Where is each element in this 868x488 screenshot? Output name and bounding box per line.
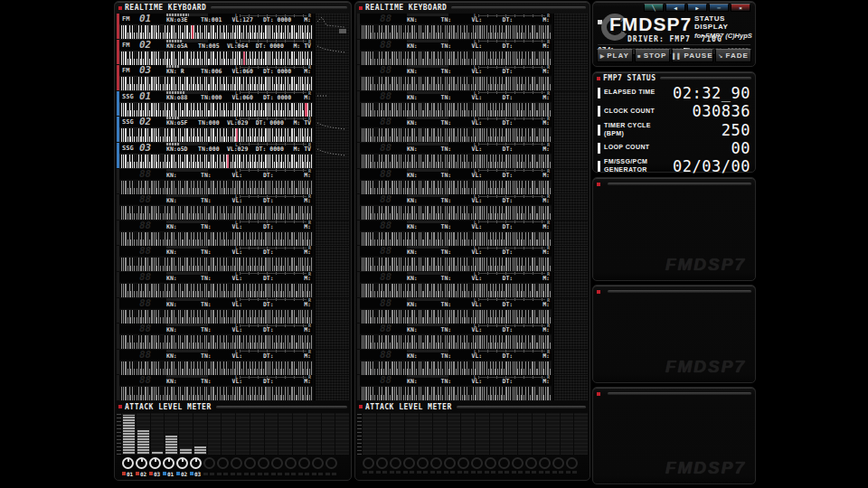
keyboard-row[interactable]: FM03KN: RTN:006VL:060DT: 0000M:LR	[117, 65, 349, 90]
stop-icon: ■	[637, 53, 642, 59]
keyboard-row[interactable]: 88KN:TN:VL:DT:M:LR	[357, 40, 588, 65]
level-bar-column	[307, 413, 321, 455]
keyboard-row[interactable]: 88KN:TN:VL:DT:M:LR	[357, 221, 588, 246]
channel-knob[interactable]	[190, 457, 202, 469]
level-bar-column	[222, 413, 235, 455]
channel-knob[interactable]	[403, 457, 415, 469]
channel-knob[interactable]	[298, 457, 310, 469]
keyboard-row[interactable]: SSG01KN:o88TN:000VL:060DT: 0000M:LR	[117, 91, 349, 117]
channel-knob[interactable]	[244, 457, 256, 469]
play-icon: ▶	[600, 52, 606, 59]
piano-keyboard	[360, 102, 552, 117]
channel-knob[interactable]	[390, 457, 401, 469]
attack-meter-header: ATTACK LEVEL METER	[115, 401, 351, 412]
channel-knob[interactable]	[176, 457, 188, 469]
channel-knob[interactable]	[498, 457, 510, 469]
channel-knob[interactable]	[231, 457, 242, 469]
keyboard-row[interactable]: 88KN:TN:VL:DT:M:LR	[117, 298, 349, 324]
keyboard-row[interactable]: 88KN:TN:VL:DT:M:LR	[357, 324, 588, 349]
channel-knob[interactable]	[417, 457, 429, 469]
pan-left-label: L	[474, 246, 476, 249]
keyboard-row[interactable]: 88KN:TN:VL:DT:M:LR	[117, 246, 349, 271]
keyboard-row[interactable]: 88KN:TN:VL:DT:M:LR	[117, 221, 349, 246]
pan-ticks	[478, 66, 545, 69]
channel-knob[interactable]	[203, 457, 215, 469]
channel-knob[interactable]	[285, 457, 297, 469]
keyboard-row[interactable]: 88KN:TN:VL:DT:M:LR	[117, 272, 349, 297]
channel-knob[interactable]	[136, 457, 147, 469]
field-vl: VL:064	[227, 42, 256, 50]
pan-left-label: L	[235, 65, 238, 69]
keyboard-row[interactable]: 88KN:TN:VL:DT:M:LR	[357, 117, 588, 142]
channel-knob[interactable]	[539, 457, 551, 469]
keyboard-row[interactable]: 88KN:TN:VL:DT:M:LR	[357, 14, 588, 39]
stop-button[interactable]: ■ STOP	[635, 49, 671, 62]
keyboard-row[interactable]: 88KN:TN:VL:DT:M:LR	[357, 298, 588, 324]
keyboard-row[interactable]: 88KN:TN:VL:DT:M:LR	[117, 375, 349, 400]
channel-label: 02	[136, 471, 147, 477]
level-bar-column	[405, 413, 419, 455]
channel-knob[interactable]	[525, 457, 537, 469]
channel-knob[interactable]	[376, 457, 388, 469]
keyboard-row[interactable]: 88KN:TN:VL:DT:M:LR	[357, 65, 588, 90]
keyboard-row[interactable]: 88KN:TN:VL:DT:M:LR	[357, 350, 588, 375]
keyboard-row[interactable]: FM01KN:o3ETN:001VL:127DT: 0000M:LR	[117, 14, 349, 39]
keyboard-row[interactable]: 88KN:TN:VL:DT:M:LR	[357, 169, 588, 194]
pan-ticks	[240, 143, 307, 145]
channel-label	[376, 471, 388, 474]
channel-knob[interactable]	[312, 457, 324, 469]
channel-knob[interactable]	[271, 457, 283, 469]
channel-main: 88KN:TN:VL:DT:M:LR	[360, 246, 552, 271]
channel-color-square	[149, 472, 153, 475]
piano-keyboard	[119, 180, 313, 195]
pan-ticks	[478, 169, 545, 172]
channel-knob[interactable]	[217, 457, 229, 469]
keyboard-row[interactable]: 88KN:TN:VL:DT:M:LR	[357, 194, 588, 220]
keyboard-row[interactable]: 88KN:TN:VL:DT:M:LR	[357, 272, 588, 297]
keyboard-row[interactable]: 88KN:TN:VL:DT:M:LR	[117, 169, 349, 194]
channel-knob[interactable]	[430, 457, 442, 469]
pan-ticks	[240, 40, 307, 42]
channel-knob[interactable]	[149, 457, 161, 469]
keyboard-row[interactable]: 88KN:TN:VL:DT:M:LR	[357, 375, 588, 400]
keyboard-row[interactable]: 88KN:TN:VL:DT:M:LR	[357, 143, 588, 168]
channel-knob[interactable]	[552, 457, 564, 469]
prev-button[interactable]: ◀	[665, 4, 685, 12]
fade-button[interactable]: ↘ FADE	[715, 49, 751, 62]
channel-knob[interactable]	[485, 457, 496, 469]
config-button[interactable]: ╲	[644, 4, 664, 12]
close-button[interactable]: ×	[731, 4, 750, 12]
channel-knob[interactable]	[566, 457, 578, 469]
envelope-display	[553, 91, 588, 117]
channel-knob[interactable]	[444, 457, 456, 469]
next-icon: ▶	[695, 5, 699, 11]
channel-fields: KN: RTN:006VL:060DT: 0000M:	[166, 68, 311, 75]
header-bullet-icon	[597, 290, 600, 294]
meter-bars	[363, 413, 588, 455]
keyboard-row[interactable]: FM02KN:o5ATN:005VL:064DT: 0000M: TVLR	[117, 40, 349, 65]
channel-knob[interactable]	[163, 457, 175, 469]
pan-left-label: L	[474, 375, 476, 379]
channel-knob[interactable]	[458, 457, 469, 469]
next-button[interactable]: ▶	[687, 4, 707, 12]
pause-button[interactable]: ▌▌ PAUSE	[672, 49, 713, 62]
keyboard-row[interactable]: 88KN:TN:VL:DT:M:LR	[117, 324, 349, 349]
keyboard-row[interactable]: 88KN:TN:VL:DT:M:LR	[357, 246, 588, 271]
channel-knob[interactable]	[326, 457, 337, 469]
keyboard-row[interactable]: SSG03KN:o5DTN:000VL:029DT: 0000M: TVLR	[117, 143, 349, 168]
channel-knob[interactable]	[363, 457, 374, 469]
channel-knob[interactable]	[258, 457, 269, 469]
minimize-button[interactable]: ─	[709, 4, 729, 12]
envelope-display	[553, 246, 588, 271]
channel-main: SSG02KN:o5FTN:000VL:029DT: 0000M: TVLR	[119, 117, 313, 142]
channel-knob[interactable]	[471, 457, 483, 469]
channel-knob[interactable]	[122, 457, 134, 469]
channel-knob[interactable]	[512, 457, 524, 469]
header-divider	[608, 290, 751, 293]
piano-keyboard	[119, 51, 313, 66]
keyboard-row[interactable]: 88KN:TN:VL:DT:M:LR	[117, 350, 349, 375]
keyboard-row[interactable]: SSG02KN:o5FTN:000VL:029DT: 0000M: TVLR	[117, 117, 349, 142]
keyboard-row[interactable]: 88KN:TN:VL:DT:M:LR	[117, 194, 349, 220]
keyboard-row[interactable]: 88KN:TN:VL:DT:M:LR	[357, 91, 588, 117]
play-button[interactable]: ▶ PLAY	[597, 49, 633, 62]
